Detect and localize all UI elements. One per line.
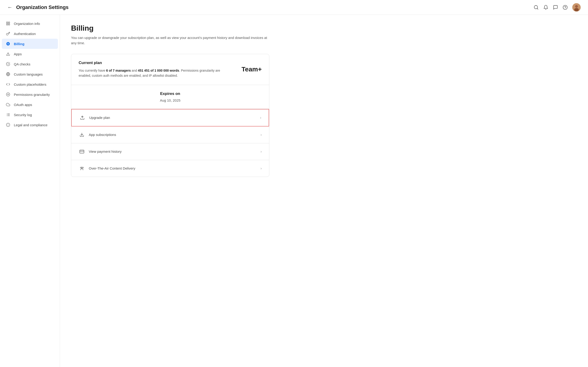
sidebar-item-legal-compliance[interactable]: Legal and compliance xyxy=(0,120,60,130)
cloud-icon xyxy=(6,102,11,107)
sidebar-item-qa-checks[interactable]: QA checks xyxy=(0,59,60,69)
main-content: Billing You can upgrade or downgrade you… xyxy=(60,15,588,367)
sidebar-item-oauth-apps[interactable]: OAuth apps xyxy=(0,100,60,110)
messages-icon[interactable] xyxy=(553,5,558,10)
over-the-air-label: Over-The-Air Content Delivery xyxy=(89,166,261,170)
svg-point-6 xyxy=(574,8,579,11)
app-subscriptions-row[interactable]: App subscriptions › xyxy=(71,126,269,143)
sidebar-item-custom-languages[interactable]: Custom languages xyxy=(0,69,60,79)
download-icon xyxy=(6,51,11,57)
description-prefix: You currently have xyxy=(79,69,106,72)
payment-history-label: View payment history xyxy=(89,150,261,153)
payment-history-row[interactable]: View payment history › xyxy=(71,143,269,160)
words-bold: 451 451 of 1 000 000 words xyxy=(138,69,179,72)
sidebar-label-qa-checks: QA checks xyxy=(14,62,30,66)
page-title-header: Organization Settings xyxy=(16,4,68,10)
expires-title: Expires on xyxy=(79,92,262,96)
code-icon xyxy=(6,82,11,87)
svg-point-5 xyxy=(575,5,578,8)
upgrade-plan-chevron: › xyxy=(260,116,261,120)
sidebar-item-billing[interactable]: $ Billing xyxy=(2,39,58,49)
current-plan-title: Current plan xyxy=(79,61,232,65)
globe-icon xyxy=(6,72,11,77)
key-icon xyxy=(6,31,11,36)
grid-icon xyxy=(6,21,11,26)
svg-point-32 xyxy=(81,167,83,168)
billing-title: Billing xyxy=(71,24,577,33)
upgrade-plan-label: Upgrade plan xyxy=(89,116,260,120)
search-icon[interactable] xyxy=(534,5,539,10)
current-plan-info: Current plan You currently have 6 of 7 m… xyxy=(79,61,232,78)
upgrade-plan-row[interactable]: Upgrade plan › xyxy=(71,109,269,126)
sidebar-label-custom-languages: Custom languages xyxy=(14,72,43,76)
sidebar-label-billing: Billing xyxy=(14,42,25,46)
billing-description: You can upgrade or downgrade your subscr… xyxy=(71,35,269,46)
over-the-air-chevron: › xyxy=(261,166,262,170)
sidebar-item-organization-info[interactable]: Organization info xyxy=(0,18,60,29)
header: ← Organization Settings xyxy=(0,0,588,15)
upload-icon xyxy=(79,115,85,121)
dollar-icon: $ xyxy=(6,41,11,46)
layout: Organization info Authentication $ Billi… xyxy=(0,15,588,367)
app-subscriptions-icon xyxy=(79,132,85,138)
svg-rect-30 xyxy=(80,150,84,153)
check-circle-icon xyxy=(6,61,11,67)
back-button[interactable]: ← xyxy=(7,4,12,10)
app-subscriptions-label: App subscriptions xyxy=(89,133,261,137)
payment-history-chevron: › xyxy=(261,150,262,154)
svg-rect-10 xyxy=(9,24,10,25)
sidebar: Organization info Authentication $ Billi… xyxy=(0,15,60,367)
managers-bold: 6 of 7 managers xyxy=(106,69,131,72)
person-signal-icon xyxy=(79,165,85,172)
notifications-icon[interactable] xyxy=(543,5,548,10)
sidebar-item-custom-placeholders[interactable]: Custom placeholders xyxy=(0,79,60,89)
sidebar-item-security-log[interactable]: Security log xyxy=(0,110,60,120)
card-icon xyxy=(79,148,85,155)
svg-rect-8 xyxy=(9,22,10,23)
sidebar-label-oauth-apps: OAuth apps xyxy=(14,103,32,107)
svg-rect-7 xyxy=(7,22,8,23)
sidebar-label-apps: Apps xyxy=(14,52,22,56)
svg-line-1 xyxy=(537,8,538,9)
user-avatar[interactable] xyxy=(572,3,581,11)
sidebar-label-security-log: Security log xyxy=(14,113,32,117)
list-icon xyxy=(6,112,11,117)
sidebar-label-legal-compliance: Legal and compliance xyxy=(14,123,48,127)
sidebar-item-permissions-granularity[interactable]: Permissions granularity xyxy=(0,89,60,100)
current-plan-description: You currently have 6 of 7 managers and 4… xyxy=(79,68,232,78)
plan-badge: Team+ xyxy=(232,66,262,73)
svg-rect-9 xyxy=(7,24,8,25)
sidebar-label-custom-placeholders: Custom placeholders xyxy=(14,83,46,86)
help-icon[interactable] xyxy=(563,5,568,10)
and-text: and xyxy=(131,69,138,72)
info-circle-icon xyxy=(6,122,11,127)
sidebar-label-permissions-granularity: Permissions granularity xyxy=(14,93,50,97)
plus-circle-icon xyxy=(6,92,11,97)
expires-section: Expires on Aug 10, 2025 xyxy=(71,85,269,109)
current-plan-section: Current plan You currently have 6 of 7 m… xyxy=(71,54,269,85)
sidebar-item-authentication[interactable]: Authentication xyxy=(0,29,60,39)
expires-date: Aug 10, 2025 xyxy=(79,98,262,102)
header-actions xyxy=(534,3,581,11)
sidebar-label-organization-info: Organization info xyxy=(14,22,40,25)
billing-card: Current plan You currently have 6 of 7 m… xyxy=(71,54,269,177)
sidebar-item-apps[interactable]: Apps xyxy=(0,49,60,59)
svg-text:$: $ xyxy=(7,42,9,45)
sidebar-label-authentication: Authentication xyxy=(14,32,36,36)
app-subscriptions-chevron: › xyxy=(261,133,262,137)
over-the-air-row[interactable]: Over-The-Air Content Delivery › xyxy=(71,160,269,177)
